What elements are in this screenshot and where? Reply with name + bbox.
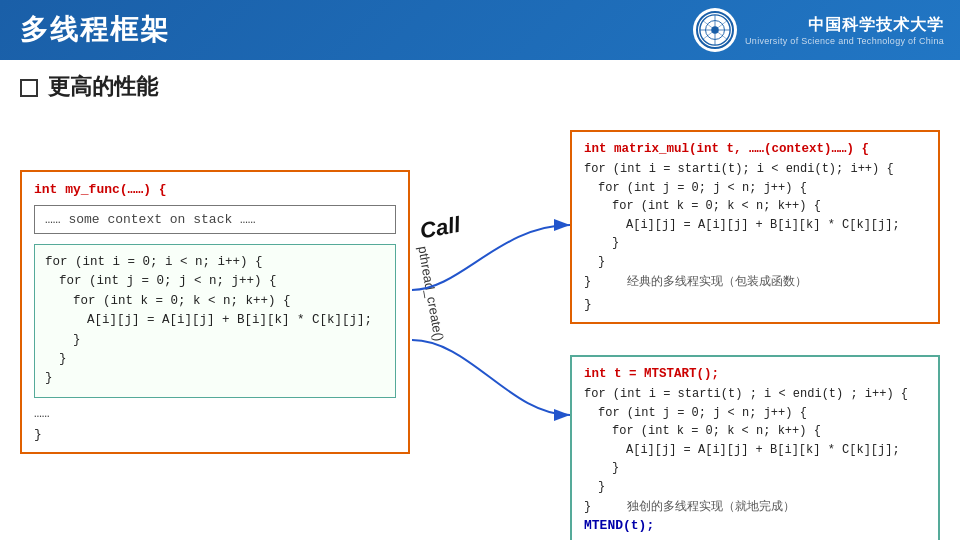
section-title: 更高的性能 — [48, 72, 158, 102]
code-line: for (int i = starti(t) ; i < endi(t) ; i… — [584, 385, 926, 404]
code-line: A[i][j] = A[i][j] + B[i][k] * C[k][j]; — [584, 441, 926, 460]
left-code-box: int my_func(……) { …… some context on sta… — [20, 170, 410, 454]
code-line: for (int j = 0; j < n; j++) { — [45, 272, 385, 291]
logo-icon — [696, 11, 734, 49]
right-bottom-code-box: int t = MTSTART(); for (int i = starti(t… — [570, 355, 940, 540]
logo-circle — [693, 8, 737, 52]
code-line: for (int k = 0; k < n; k++) { — [584, 422, 926, 441]
context-box: …… some context on stack …… — [34, 205, 396, 234]
right-top-close: } — [584, 297, 926, 312]
right-top-code: for (int i = starti(t); i < endi(t); i++… — [584, 160, 926, 291]
code-line: } — [45, 331, 385, 350]
section-heading: 更高的性能 — [20, 72, 940, 102]
code-line: } — [584, 253, 926, 272]
logo-area: 中国科学技术大学 University of Science and Techn… — [693, 8, 944, 52]
page-title: 多线程框架 — [20, 11, 170, 49]
right-bottom-code: for (int i = starti(t) ; i < endi(t) ; i… — [584, 385, 926, 516]
mtend-line: MTEND(t); — [584, 518, 926, 533]
right-bottom-comment: 独创的多线程实现（就地完成） — [627, 499, 795, 513]
code-line: } — [45, 369, 385, 388]
right-top-comment: 经典的多线程实现（包装成函数） — [627, 274, 807, 288]
left-code-block: for (int i = 0; i < n; i++) { for (int j… — [34, 244, 396, 398]
code-line: for (int i = starti(t); i < endi(t); i++… — [584, 160, 926, 179]
right-bottom-header: int t = MTSTART(); — [584, 367, 926, 381]
logo-en: University of Science and Technology of … — [745, 36, 944, 46]
code-line: for (int k = 0; k < n; k++) { — [45, 292, 385, 311]
logo-text: 中国科学技术大学 University of Science and Techn… — [745, 15, 944, 46]
code-line: for (int j = 0; j < n; j++) { — [584, 404, 926, 423]
main-content: 更高的性能 int my_func(……) { …… some context … — [0, 60, 960, 540]
left-close-brace: } — [34, 427, 396, 442]
header: 多线程框架 中国科学技术大学 University of Science and… — [0, 0, 960, 60]
pthread-label: pthread_create() — [415, 245, 446, 342]
code-line: } — [45, 350, 385, 369]
code-line: } 独创的多线程实现（就地完成） — [584, 497, 926, 517]
code-line: A[i][j] = A[i][j] + B[i][k] * C[k][j]; — [45, 311, 385, 330]
right-top-header: int matrix_mul(int t, ……(context)……) { — [584, 142, 926, 156]
code-line: A[i][j] = A[i][j] + B[i][k] * C[k][j]; — [584, 216, 926, 235]
code-line: } — [584, 234, 926, 253]
left-ellipsis: …… — [34, 406, 396, 421]
code-line: } — [584, 478, 926, 497]
code-line: for (int k = 0; k < n; k++) { — [584, 197, 926, 216]
right-top-code-box: int matrix_mul(int t, ……(context)……) { f… — [570, 130, 940, 324]
code-line: } — [584, 459, 926, 478]
code-line: for (int j = 0; j < n; j++) { — [584, 179, 926, 198]
left-box-header: int my_func(……) { — [34, 182, 396, 197]
checkbox-icon — [20, 79, 38, 97]
call-label: Call — [418, 212, 462, 245]
code-line: for (int i = 0; i < n; i++) { — [45, 253, 385, 272]
code-line: } 经典的多线程实现（包装成函数） — [584, 272, 926, 292]
logo-cn: 中国科学技术大学 — [745, 15, 944, 36]
